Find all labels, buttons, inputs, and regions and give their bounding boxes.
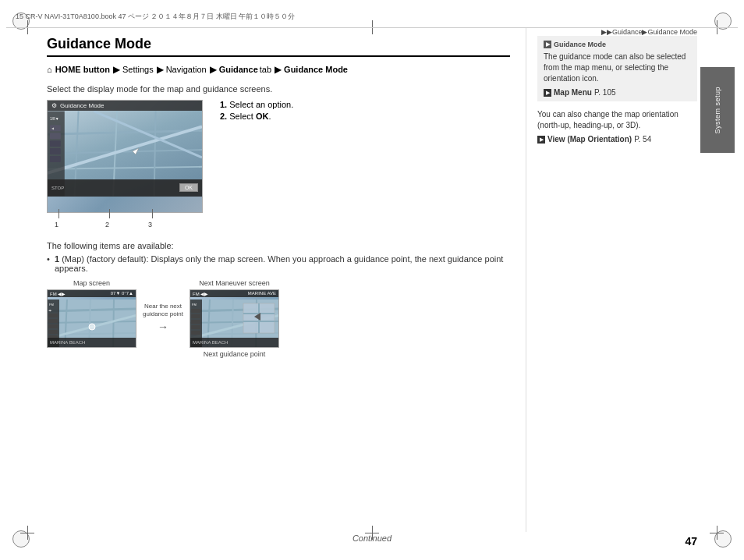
navigation-label: Navigation	[166, 63, 207, 76]
page-number: 47	[685, 535, 697, 548]
left-column: Guidance Mode ⌂ HOME button ▶ Settings ▶…	[47, 28, 510, 532]
screenshot-title: Guidance Mode	[60, 102, 104, 109]
arrow-symbol: →	[158, 321, 168, 333]
next-guidance-label: Next guidance point	[204, 350, 266, 358]
svg-rect-29	[48, 314, 58, 317]
main-content: Guidance Mode ⌂ HOME button ▶ Settings ▶…	[47, 28, 697, 532]
nav-arrow-1: ▶	[113, 63, 119, 76]
map-thumb-bar-2: FM ◀▶ MARINE AVE	[190, 290, 278, 297]
description-text: Select the display mode for the map and …	[47, 84, 510, 94]
callout-area: 1 2 3	[55, 221, 203, 229]
map-thumb-2: FM ◀▶ MARINE AVE	[190, 289, 279, 348]
step-1-num: 1.	[220, 100, 227, 109]
near-label: Near the nextguidance point	[143, 303, 183, 319]
top-bar: 15 CR-V NAVI-31T0A8100.book 47 ページ ２０１４年…	[6, 6, 738, 28]
svg-rect-32	[48, 330, 58, 334]
bullet-item-1: 1 (Map) (factory default): Displays only…	[47, 254, 510, 273]
link-icon-1: ▶	[544, 89, 551, 97]
map-thumb-1: FM ◀▶ 07▼ 0°7▲	[47, 289, 136, 348]
link-icon-2: ▶	[537, 136, 545, 144]
svg-rect-15	[50, 148, 61, 154]
svg-text:FM: FM	[192, 303, 197, 307]
screenshot-map-area: 1/8▼ ◀ STOP OK	[48, 111, 202, 197]
step-2-text: Select OK.	[229, 112, 271, 121]
svg-point-25	[89, 324, 95, 330]
bullet-text: (Map) (factory default): Displays only t…	[55, 254, 503, 273]
file-info: 15 CR-V NAVI-31T0A8100.book 47 ページ ２０１４年…	[16, 12, 728, 22]
map-screen-label: Map screen	[73, 279, 110, 287]
note-icon: ▶	[544, 41, 551, 48]
sidebar-tab: System setup	[700, 67, 735, 153]
map-thumb-bar-1: FM ◀▶ 07▼ 0°7▲	[48, 290, 136, 297]
svg-text:1/8▼: 1/8▼	[50, 117, 59, 121]
map-arrow: Near the nextguidance point →	[141, 303, 185, 334]
note-link-1: ▶ Map Menu P. 105	[544, 88, 691, 97]
svg-rect-52	[191, 325, 200, 329]
available-text: The following items are available:	[47, 241, 510, 250]
ok-button[interactable]: OK	[179, 183, 198, 192]
map-examples: Map screen FM ◀▶ 07▼ 0°7▲	[47, 279, 510, 358]
svg-rect-31	[48, 324, 58, 328]
screenshot-title-bar: ⚙ Guidance Mode	[48, 101, 202, 111]
svg-rect-30	[48, 319, 58, 323]
svg-rect-51	[191, 320, 200, 324]
crosshair-bl	[20, 526, 34, 540]
gear-icon: ⚙	[51, 102, 57, 109]
svg-rect-53	[191, 331, 200, 335]
note-link-2: ▶ View (Map Orientation) P. 54	[537, 135, 697, 144]
settings-label: Settings	[122, 63, 154, 76]
svg-rect-13	[50, 133, 61, 139]
link-2-text: View (Map Orientation)	[547, 135, 632, 144]
guidance-label: Guidance	[219, 63, 258, 76]
home-label: HOME button	[55, 63, 110, 76]
home-icon: ⌂	[47, 63, 52, 76]
step-1: 1. Select an option.	[220, 100, 293, 109]
note-header: ▶ Guidance Mode	[544, 41, 691, 48]
link-1-page: P. 105	[594, 88, 616, 97]
callout-3: 3	[148, 221, 152, 229]
svg-rect-16	[50, 155, 61, 161]
map-screen-group: Map screen FM ◀▶ 07▼ 0°7▲	[47, 279, 136, 348]
screenshot-bottom-bar: STOP OK	[48, 179, 202, 197]
link-1-text: Map Menu	[554, 88, 592, 97]
crosshair-br	[710, 526, 724, 540]
map-thumb-bottom-2: MARINA BEACH	[190, 338, 278, 347]
link-2-page: P. 54	[634, 135, 651, 144]
next-maneuver-label: Next Maneuver screen	[199, 279, 270, 287]
svg-rect-14	[50, 140, 61, 147]
step-1-text: Select an option.	[229, 100, 293, 109]
page-title: Guidance Mode	[47, 36, 510, 57]
step-2-num: 2.	[220, 112, 227, 121]
note-text-1: The guidance mode can also be selected f…	[544, 51, 691, 84]
steps: 1. Select an option. 2. Select OK.	[220, 100, 293, 123]
callout-2: 2	[105, 221, 109, 229]
svg-text:FM: FM	[49, 303, 54, 307]
continued-text: Continued	[353, 533, 391, 543]
note-box: ▶ Guidance Mode The guidance mode can al…	[537, 36, 697, 101]
nav-arrow-3: ▶	[210, 63, 216, 76]
right-column: ▶ Guidance Mode The guidance mode can al…	[526, 28, 697, 532]
nav-path: ⌂ HOME button ▶ Settings ▶ Navigation ▶ …	[47, 63, 510, 76]
sidebar-tab-text: System setup	[714, 87, 721, 134]
note-header-text: Guidance Mode	[554, 41, 606, 48]
tab-label: tab	[260, 63, 271, 76]
callout-1: 1	[55, 221, 58, 229]
screenshot-box: ⚙ Guidance Mode	[47, 100, 203, 213]
mode-label: Guidance Mode	[284, 63, 348, 76]
nav-arrow-2: ▶	[157, 63, 163, 76]
nav-arrow-4: ▶	[275, 63, 281, 76]
step-2: 2. Select OK.	[220, 112, 293, 121]
note-text-2: You can also change the map orientation …	[537, 109, 697, 131]
svg-rect-50	[191, 314, 200, 318]
svg-rect-49	[191, 309, 200, 313]
next-maneuver-group: Next Maneuver screen FM ◀▶ MARINE AVE	[190, 279, 279, 358]
bottom-bar-left: STOP	[51, 186, 64, 190]
map-thumb-bottom-1: MARINA BEACH	[48, 338, 136, 347]
